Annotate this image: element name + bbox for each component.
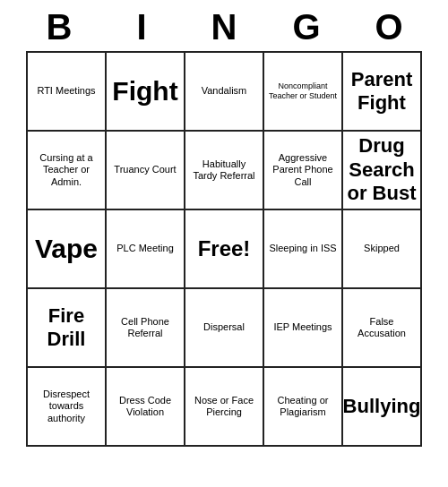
bingo-cell-2[interactable]: Vandalism bbox=[185, 53, 264, 132]
bingo-cell-24[interactable]: Bullying bbox=[343, 368, 422, 447]
bingo-cell-4[interactable]: Parent Fight bbox=[343, 53, 422, 132]
bingo-cell-22[interactable]: Nose or Face Piercing bbox=[185, 368, 264, 447]
bingo-cell-23[interactable]: Cheating or Plagiarism bbox=[264, 368, 343, 447]
header-b: B bbox=[20, 7, 99, 47]
bingo-cell-14[interactable]: Skipped bbox=[343, 210, 422, 289]
bingo-cell-20[interactable]: Disrespect towards authority bbox=[28, 368, 107, 447]
bingo-cell-1[interactable]: Fight bbox=[107, 53, 185, 132]
bingo-cell-9[interactable]: Drug Search or Bust bbox=[343, 132, 422, 210]
bingo-cell-5[interactable]: Cursing at a Teacher or Admin. bbox=[28, 132, 107, 210]
bingo-cell-6[interactable]: Truancy Court bbox=[107, 132, 185, 210]
header-n: N bbox=[185, 7, 263, 47]
bingo-cell-10[interactable]: Vape bbox=[28, 210, 107, 289]
bingo-cell-15[interactable]: Fire Drill bbox=[28, 289, 107, 368]
bingo-cell-11[interactable]: PLC Meeting bbox=[107, 210, 185, 289]
bingo-cell-8[interactable]: Aggressive Parent Phone Call bbox=[264, 132, 343, 210]
bingo-cell-17[interactable]: Dispersal bbox=[185, 289, 264, 368]
bingo-header: B I N G O bbox=[18, 0, 430, 51]
bingo-cell-12[interactable]: Free! bbox=[185, 210, 264, 289]
header-o: O bbox=[349, 7, 428, 47]
header-g: G bbox=[267, 7, 346, 47]
bingo-grid: RTI MeetingsFightVandalismNoncompliant T… bbox=[26, 51, 422, 447]
bingo-cell-16[interactable]: Cell Phone Referral bbox=[107, 289, 185, 368]
header-i: I bbox=[102, 7, 181, 47]
bingo-cell-18[interactable]: IEP Meetings bbox=[264, 289, 343, 368]
bingo-cell-7[interactable]: Habitually Tardy Referral bbox=[185, 132, 264, 210]
bingo-cell-0[interactable]: RTI Meetings bbox=[28, 53, 107, 132]
bingo-cell-3[interactable]: Noncompliant Teacher or Student bbox=[264, 53, 343, 132]
bingo-cell-13[interactable]: Sleeping in ISS bbox=[264, 210, 343, 289]
bingo-cell-21[interactable]: Dress Code Violation bbox=[107, 368, 185, 447]
bingo-cell-19[interactable]: False Accusation bbox=[343, 289, 422, 368]
